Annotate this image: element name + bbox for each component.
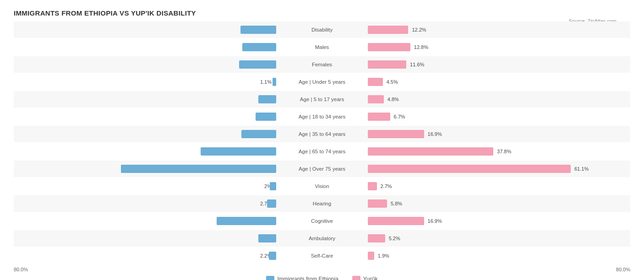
bar-label: Age | 65 to 74 years [276,149,368,154]
chart-row: 17.9% Cognitive 16.9% [14,213,630,229]
chart-row: 6.2% Age | 18 to 34 years 6.7% [14,108,630,125]
bar-blue [242,43,276,51]
bar-pink [368,217,424,225]
chart-row: 2.7% Hearing 5.8% [14,195,630,212]
legend-label-pink: Yup'ik [363,276,378,280]
right-section: 12.2% [368,22,630,38]
bar-pink [368,113,390,121]
bar-pink [368,78,383,86]
left-section: 2.7% [14,195,276,212]
bar-blue [217,217,276,225]
right-section: 2.7% [368,178,630,194]
bar-blue [270,182,277,190]
chart-row: 22.7% Age | 65 to 74 years 37.8% [14,143,630,160]
chart-row: 2.2% Self-Care 1.9% [14,248,630,264]
right-section: 1.9% [368,248,630,264]
left-section: 2.2% [14,248,276,264]
legend-box-blue [266,276,274,280]
left-value: 1.1% [260,79,272,85]
right-value: 16.9% [428,131,442,137]
bar-label: Age | Under 5 years [276,79,368,85]
bar-blue [240,26,276,34]
bar-blue [258,234,276,242]
right-section: 11.6% [368,56,630,73]
left-section: 10.2% [14,39,276,55]
right-value: 5.2% [389,236,400,241]
bar-blue [258,95,276,103]
bar-label: Age | 35 to 64 years [276,131,368,137]
right-section: 16.9% [368,213,630,229]
chart-row: 10.7% Disability 12.2% [14,22,630,38]
right-value: 37.8% [497,149,511,154]
bar-pink [368,147,493,156]
bar-label: Ambulatory [276,236,368,241]
bar-pink [368,165,571,173]
left-section: 46.8% [14,161,276,177]
legend-box-pink [352,276,360,280]
bar-pink [368,95,384,103]
bar-blue [201,147,276,156]
bar-pink [368,199,387,208]
bar-pink [368,43,410,51]
bar-label: Self-Care [276,253,368,258]
right-value: 4.8% [387,97,399,102]
right-value: 11.6% [410,62,424,67]
left-section: 6.2% [14,108,276,125]
bar-blue [241,130,276,138]
bar-pink [368,60,406,69]
right-section: 4.5% [368,74,630,90]
bar-blue [256,113,276,121]
chart-row: 11.2% Females 11.6% [14,56,630,73]
chart-row: 5.4% Age | 5 to 17 years 4.8% [14,91,630,108]
left-section: 17.9% [14,213,276,229]
bar-pink [368,252,374,260]
bar-pink [368,234,385,242]
bar-blue [121,165,276,173]
right-value: 1.9% [378,253,389,258]
bar-blue [273,78,276,86]
left-section: 10.7% [14,22,276,38]
right-section: 6.7% [368,108,630,125]
right-section: 5.8% [368,195,630,212]
bar-label: Age | Over 75 years [276,166,368,172]
left-section: 11.2% [14,56,276,73]
chart-row: 1.1% Age | Under 5 years 4.5% [14,74,630,90]
chart-row: 10.5% Age | 35 to 64 years 16.9% [14,126,630,142]
right-section: 37.8% [368,143,630,160]
right-value: 12.2% [412,27,426,32]
right-value: 6.7% [394,114,405,119]
bar-label: Cognitive [276,218,368,224]
right-value: 16.9% [428,218,442,224]
bar-label: Vision [276,183,368,189]
left-section: 1.1% [14,74,276,90]
bar-blue [267,199,276,208]
right-value: 2.7% [381,183,392,189]
chart-row: 10.2% Males 12.8% [14,39,630,55]
left-section: 22.7% [14,143,276,160]
chart-row: 46.8% Age | Over 75 years 61.1% [14,161,630,177]
bar-blue [269,252,276,260]
bar-label: Males [276,44,368,50]
left-section: 10.5% [14,126,276,142]
axis-left-label: 80.0% [14,267,278,272]
bar-label: Females [276,62,368,67]
legend: Immigrants from Ethiopia Yup'ik [14,276,630,280]
chart-title: IMMIGRANTS FROM ETHIOPIA VS YUP'IK DISAB… [14,9,630,17]
axis-row: 80.0% 80.0% [14,267,630,272]
chart-row: 2% Vision 2.7% [14,178,630,194]
right-value: 4.5% [387,79,398,85]
bar-label: Age | 18 to 34 years [276,114,368,119]
axis-right-label: 80.0% [366,267,630,272]
bar-pink [368,130,424,138]
right-section: 4.8% [368,91,630,108]
chart-row: 5.4% Ambulatory 5.2% [14,230,630,247]
bar-label: Age | 5 to 17 years [276,97,368,102]
legend-item-blue: Immigrants from Ethiopia [266,276,338,280]
left-section: 5.4% [14,91,276,108]
chart-area: 10.7% Disability 12.2% 10.2% Males 12.8%… [14,22,630,264]
bar-label: Disability [276,27,368,32]
right-section: 61.1% [368,161,630,177]
right-section: 16.9% [368,126,630,142]
right-section: 5.2% [368,230,630,247]
right-value: 61.1% [574,166,589,172]
